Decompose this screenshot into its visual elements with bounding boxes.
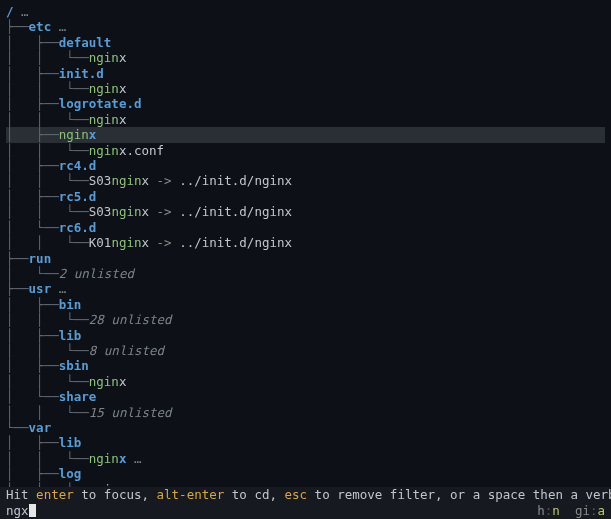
- tree-row[interactable]: │ │ └──nginx: [6, 81, 605, 96]
- tree-row[interactable]: │ ├──init.d: [6, 66, 605, 81]
- tree-row[interactable]: │ ├──log: [6, 466, 605, 481]
- tree-row[interactable]: │ │ └──15 unlisted: [6, 405, 605, 420]
- tree-row[interactable]: │ └──2 unlisted: [6, 266, 605, 281]
- file-tree[interactable]: / …├──etc …│ ├──default│ │ └──nginx│ ├──…: [0, 0, 611, 497]
- tree-row[interactable]: │ │ └──nginx.conf: [6, 143, 605, 158]
- key-esc: esc: [285, 487, 308, 502]
- tree-row[interactable]: │ ├──lib: [6, 328, 605, 343]
- tree-row[interactable]: │ │ └──28 unlisted: [6, 312, 605, 327]
- tree-row[interactable]: │ ├──default: [6, 35, 605, 50]
- tree-row[interactable]: │ ├──bin: [6, 297, 605, 312]
- tree-row[interactable]: │ ├──lib: [6, 435, 605, 450]
- tree-row[interactable]: │ └──rc6.d: [6, 220, 605, 235]
- tree-row[interactable]: ├──usr …: [6, 281, 605, 296]
- tree-row[interactable]: │ │ └──nginx …: [6, 451, 605, 466]
- cursor-icon: [29, 504, 36, 517]
- tree-row[interactable]: │ │ └──K01nginx -> ../init.d/nginx: [6, 235, 605, 250]
- help-line: Hit enter to focus, alt-enter to cd, esc…: [0, 487, 611, 503]
- tree-row[interactable]: │ ├──rc4.d: [6, 158, 605, 173]
- tree-row[interactable]: ├──run: [6, 251, 605, 266]
- key-alt-enter: alt-enter: [157, 487, 225, 502]
- search-input[interactable]: ngx: [6, 503, 36, 518]
- tree-row[interactable]: │ ├──nginx: [6, 127, 605, 142]
- tree-row[interactable]: │ ├──logrotate.d: [6, 96, 605, 111]
- tree-row[interactable]: └──var: [6, 420, 605, 435]
- tree-row[interactable]: │ ├──sbin: [6, 358, 605, 373]
- tree-row[interactable]: ├──etc …: [6, 19, 605, 34]
- tree-row[interactable]: │ │ └──8 unlisted: [6, 343, 605, 358]
- tree-row[interactable]: │ └──share: [6, 389, 605, 404]
- tree-row[interactable]: │ │ └──nginx: [6, 50, 605, 65]
- tree-row[interactable]: │ │ └──S03nginx -> ../init.d/nginx: [6, 204, 605, 219]
- tree-row[interactable]: │ │ └──nginx: [6, 112, 605, 127]
- flags: h:n gi:a: [537, 503, 605, 518]
- key-enter: enter: [36, 487, 74, 502]
- tree-row[interactable]: / …: [6, 4, 605, 19]
- tree-row[interactable]: │ ├──rc5.d: [6, 189, 605, 204]
- tree-row[interactable]: │ │ └──nginx: [6, 374, 605, 389]
- tree-row[interactable]: │ │ └──S03nginx -> ../init.d/nginx: [6, 173, 605, 188]
- status-bar: ngx h:n gi:a: [0, 503, 611, 519]
